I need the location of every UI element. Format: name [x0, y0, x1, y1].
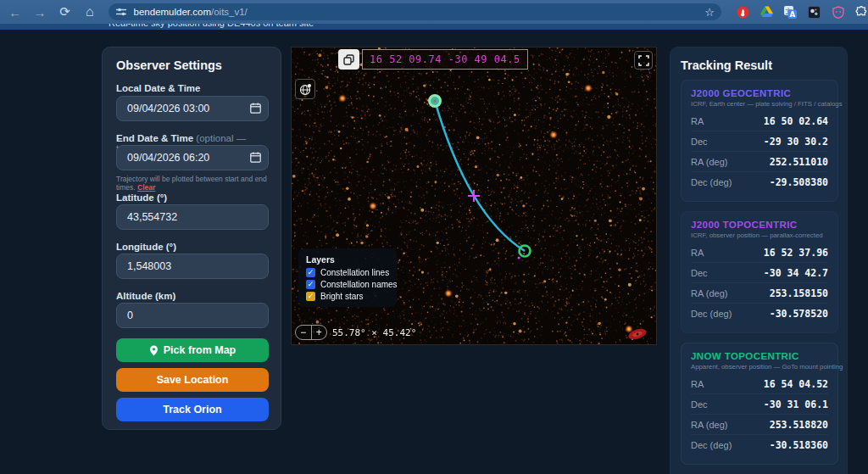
layers-title: Layers — [306, 254, 389, 265]
checkbox-checked-icon[interactable]: ✓ — [306, 292, 315, 301]
sky-map[interactable]: 16 52 09.74 -30 49 04.5 Layers ✓ Constel… — [291, 47, 657, 345]
google-translate-icon[interactable]: 文A — [784, 6, 797, 19]
extensions-row: 文A — [737, 6, 868, 19]
shield-icon[interactable] — [832, 6, 844, 19]
reload-icon[interactable]: ⟳ — [55, 3, 75, 21]
card-heading: J2000 GEOCENTRIC — [691, 88, 828, 98]
trajectory-helper-text: Trajectory will be plotted between start… — [116, 175, 272, 192]
field-of-view-readout: 55.78° × 45.42° — [332, 327, 416, 338]
table-row: Dec-30 34 42.7 — [691, 263, 828, 283]
layer-constellation-names[interactable]: ✓ Constellation names — [306, 280, 389, 289]
address-bar[interactable]: bendemulder.com/oits_v1/ ☆ — [108, 3, 721, 20]
table-row: Dec (deg)-29.508380 — [691, 172, 828, 192]
url-path: /oits_v1/ — [211, 7, 248, 17]
url-host: bendemulder.com — [134, 7, 211, 17]
table-row: Dec-30 31 06.1 — [691, 394, 828, 415]
latitude-label: Latitude (°) — [116, 192, 167, 203]
trajectory-path — [435, 101, 525, 251]
coordinates-readout: 16 52 09.74 -30 49 04.5 — [370, 53, 520, 65]
zoom-out-button[interactable]: − — [296, 326, 312, 339]
clear-link[interactable]: Clear — [137, 183, 155, 192]
card-subtitle: Apparent, observer position — GoTo mount… — [691, 363, 828, 371]
checkbox-checked-icon[interactable]: ✓ — [306, 280, 315, 289]
table-row: RA16 50 02.64 — [691, 111, 828, 131]
altitude-label: Altitude (km) — [116, 291, 175, 301]
card-heading: JNOW TOPOCENTRIC — [691, 351, 828, 361]
fullscreen-icon — [638, 55, 649, 66]
table-row: Dec-29 30 30.2 — [691, 131, 828, 152]
browser-toolbar: ← → ⟳ ⌂ bendemulder.com/oits_v1/ ☆ 文A — [0, 0, 868, 24]
copy-coordinates-button[interactable] — [338, 49, 359, 70]
site-settings-icon[interactable] — [115, 6, 127, 18]
back-icon[interactable]: ← — [5, 3, 25, 21]
page-header-clipped: Real-time sky position using DE440s on t… — [0, 24, 868, 30]
projection-button[interactable] — [295, 79, 315, 99]
card-subtitle: ICRF, Earth center — plate solving / FIT… — [691, 100, 828, 108]
card-heading: J2000 TOPOCENTRIC — [691, 220, 828, 230]
extension-dark-icon[interactable] — [808, 6, 821, 19]
layers-panel: Layers ✓ Constellation lines ✓ Constella… — [298, 248, 397, 307]
aladin-logo-icon — [626, 327, 649, 341]
page-content: Real-time sky position using DE440s on t… — [0, 24, 868, 474]
page-subtitle: Real-time sky position using DE440s on t… — [108, 24, 314, 28]
card-jnow-topocentric: JNOW TOPOCENTRIC Apparent, observer posi… — [681, 343, 838, 465]
home-icon[interactable]: ⌂ — [80, 3, 99, 21]
card-j2000-topocentric: J2000 TOPOCENTRIC ICRF, observer positio… — [681, 211, 838, 333]
table-row: RA (deg)253.158150 — [691, 283, 828, 304]
map-zoom-controls: − + — [295, 325, 327, 340]
svg-text:A: A — [790, 9, 796, 18]
layer-bright-stars[interactable]: ✓ Bright stars — [306, 292, 389, 301]
target-cross-marker — [468, 190, 480, 202]
extension-red-icon[interactable] — [737, 6, 749, 19]
layer-constellation-lines[interactable]: ✓ Constellation lines — [306, 268, 389, 277]
local-datetime-label: Local Date & Time — [116, 83, 201, 93]
observer-settings-title: Observer Settings — [116, 59, 222, 72]
longitude-input[interactable] — [116, 254, 269, 279]
copy-icon — [343, 54, 354, 65]
observer-settings-panel: Observer Settings Local Date & Time End … — [102, 47, 281, 430]
fullscreen-button[interactable] — [634, 51, 653, 70]
longitude-label: Longitude (°) — [116, 242, 176, 252]
zoom-in-button[interactable]: + — [312, 326, 327, 339]
app-window: ← → ⟳ ⌂ bendemulder.com/oits_v1/ ☆ 文A — [0, 0, 868, 474]
bookmark-star-icon[interactable]: ☆ — [704, 6, 715, 19]
local-datetime-input[interactable] — [116, 96, 269, 121]
save-location-button[interactable]: Save Location — [116, 368, 269, 392]
table-row: RA16 54 04.52 — [691, 374, 828, 394]
coordinates-readout-box: 16 52 09.74 -30 49 04.5 — [362, 49, 528, 70]
forward-icon[interactable]: → — [30, 3, 49, 21]
tracking-result-panel: Tracking Result J2000 GEOCENTRIC ICRF, E… — [670, 47, 848, 474]
google-drive-icon[interactable] — [760, 6, 773, 19]
latitude-input[interactable] — [116, 204, 269, 230]
extensions-puzzle-icon[interactable] — [855, 6, 868, 19]
map-pin-icon — [149, 345, 159, 356]
table-row: RA16 52 37.96 — [691, 243, 828, 263]
table-row: Dec (deg)-30.578520 — [691, 304, 828, 324]
trajectory-start-dot — [433, 99, 436, 102]
pick-from-map-button[interactable]: Pick from Map — [116, 338, 269, 362]
globe-icon — [299, 83, 312, 96]
tracking-result-title: Tracking Result — [681, 59, 772, 72]
table-row: RA (deg)253.518820 — [691, 415, 828, 435]
track-orion-button[interactable]: Track Orion — [116, 398, 269, 421]
card-subtitle: ICRF, observer position — parallax-corre… — [691, 231, 828, 239]
card-j2000-geocentric: J2000 GEOCENTRIC ICRF, Earth center — pl… — [681, 80, 838, 202]
object-dot — [518, 257, 520, 259]
checkbox-checked-icon[interactable]: ✓ — [306, 268, 315, 277]
table-row: RA (deg)252.511010 — [691, 152, 828, 172]
end-datetime-input[interactable] — [116, 145, 269, 170]
table-row: Dec (deg)-30.518360 — [691, 435, 828, 455]
altitude-input[interactable] — [116, 303, 269, 328]
